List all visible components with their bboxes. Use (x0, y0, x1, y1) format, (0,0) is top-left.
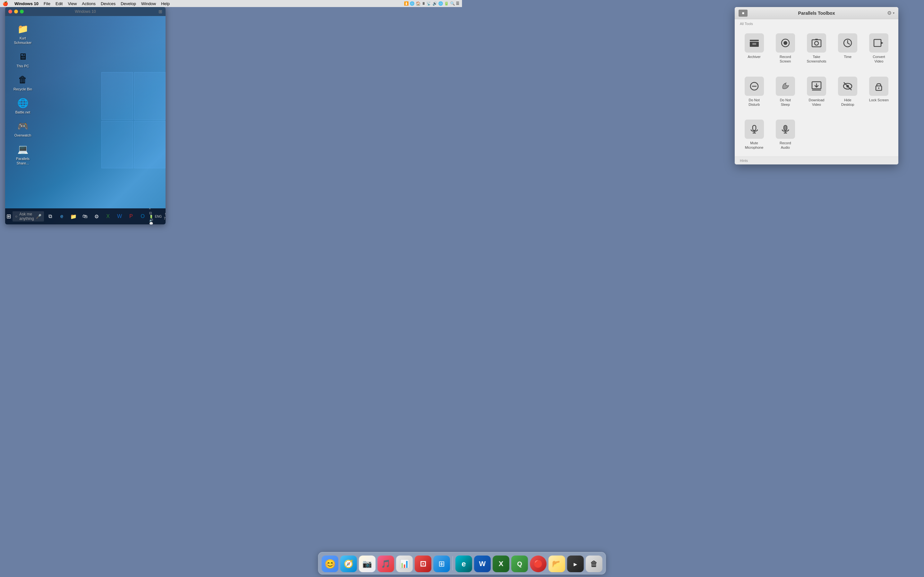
explorer-app[interactable]: 📁 (68, 211, 79, 221)
win10-taskbar: ⊞ ○ Ask me anything 🎤 ⧉ e 📁 🛍 ⚙ X W P O … (5, 208, 166, 224)
win10-panes (102, 72, 166, 168)
desktop-icon-battle[interactable]: 🌐 Battle.net (11, 97, 34, 114)
desktop-icons: 📁 KurtSchmucker 🖥 This PC 🗑 Recycle Bin … (11, 23, 34, 165)
pane-br (134, 121, 166, 169)
desktop-icon-parallels[interactable]: 💻 ParallelsShare... (11, 143, 34, 166)
win10-desktop: 📁 KurtSchmucker 🖥 This PC 🗑 Recycle Bin … (5, 16, 166, 224)
thispc-label: This PC (16, 64, 29, 68)
desktop-icon-recycle[interactable]: 🗑 Recycle Bin (11, 73, 34, 91)
taskbar-start-button[interactable]: ⊞ (6, 210, 11, 222)
edge-app[interactable]: e (57, 211, 67, 221)
recycle-label: Recycle Bin (13, 87, 32, 91)
overwatch-icon: 🎮 (16, 119, 29, 132)
word-app[interactable]: W (115, 211, 125, 221)
win10-window: Windows 10 ⊞ 📁 KurtSchmucker 🖥 This PC (5, 7, 166, 224)
desktop-icon-thispc[interactable]: 🖥 This PC (11, 50, 34, 68)
menubar-right: ⏫ 🌐 🏠 ⏸ 📡 🔊 🌐 🔋 🔍 ☰ (404, 1, 459, 6)
menu-devices[interactable]: Devices (101, 1, 115, 6)
menu-edit[interactable]: Edit (55, 1, 63, 6)
win10-window-title: Windows 10 (75, 9, 95, 14)
kurt-label: KurtSchmucker (14, 36, 31, 45)
menu-help[interactable]: Help (161, 1, 170, 6)
menu-file[interactable]: File (44, 1, 50, 6)
thispc-icon: 🖥 (16, 50, 29, 63)
apple-icon[interactable]: 🍎 (3, 1, 8, 6)
taskbar-search[interactable]: ○ Ask me anything 🎤 (13, 211, 44, 221)
powerpoint-app[interactable]: P (126, 211, 136, 221)
maximize-button[interactable] (20, 10, 24, 13)
taskbar-search-text: Ask me anything (19, 212, 34, 221)
settings-app[interactable]: ⚙ (91, 211, 102, 221)
excel-app[interactable]: X (103, 211, 113, 221)
systray-icons: ^ ⊡ 🔋 🔊 💬 (149, 208, 153, 225)
desktop-icon-kurt[interactable]: 📁 KurtSchmucker (11, 23, 34, 45)
menu-actions[interactable]: Actions (82, 1, 95, 6)
overwatch-label: Overwatch (15, 133, 31, 137)
pane-tr (134, 72, 166, 120)
minimize-button[interactable] (14, 10, 18, 13)
taskbar-clock: 9:15 AM 7/29/2016 (164, 212, 166, 221)
battle-icon: 🌐 (16, 97, 29, 109)
taskbar-lang: ENG (155, 215, 162, 218)
menu-app-name[interactable]: Windows 10 (15, 1, 39, 6)
taskbar-date: 7/29/2016 (164, 216, 166, 221)
taskview-button[interactable]: ⧉ (45, 211, 55, 221)
menu-develop[interactable]: Develop (121, 1, 136, 6)
search-circle-icon: ○ (15, 214, 17, 219)
mic-icon: 🎤 (36, 214, 41, 219)
menubar-icons: ⏫ 🌐 🏠 ⏸ 📡 🔊 🌐 🔋 🔍 ☰ (404, 1, 459, 6)
pane-tl (102, 72, 133, 120)
battle-label: Battle.net (15, 110, 30, 114)
recycle-icon: 🗑 (16, 73, 29, 86)
close-button[interactable] (8, 10, 12, 13)
win10-titlebar: Windows 10 ⊞ (5, 7, 166, 16)
menu-view[interactable]: View (68, 1, 77, 6)
taskbar-systray: ^ ⊡ 🔋 🔊 💬 ENG 9:15 AM 7/29/2016 (149, 208, 166, 225)
taskbar-apps: ⧉ e 📁 🛍 ⚙ X W P O (45, 211, 148, 221)
desktop-icon-overwatch[interactable]: 🎮 Overwatch (11, 119, 34, 137)
traffic-lights (8, 10, 24, 13)
mac-menubar: 🍎 Windows 10 File Edit View Actions Devi… (0, 0, 462, 7)
grid-icon[interactable]: ⊞ (158, 9, 162, 14)
taskbar-time: 9:15 AM (164, 212, 166, 216)
outlook-app[interactable]: O (137, 211, 148, 221)
parallels-label: ParallelsShare... (16, 156, 29, 166)
store-app[interactable]: 🛍 (80, 211, 90, 221)
pane-bl (102, 121, 133, 169)
kurt-icon: 📁 (16, 23, 29, 35)
menu-window[interactable]: Window (141, 1, 156, 6)
parallels-icon: 💻 (16, 143, 29, 156)
